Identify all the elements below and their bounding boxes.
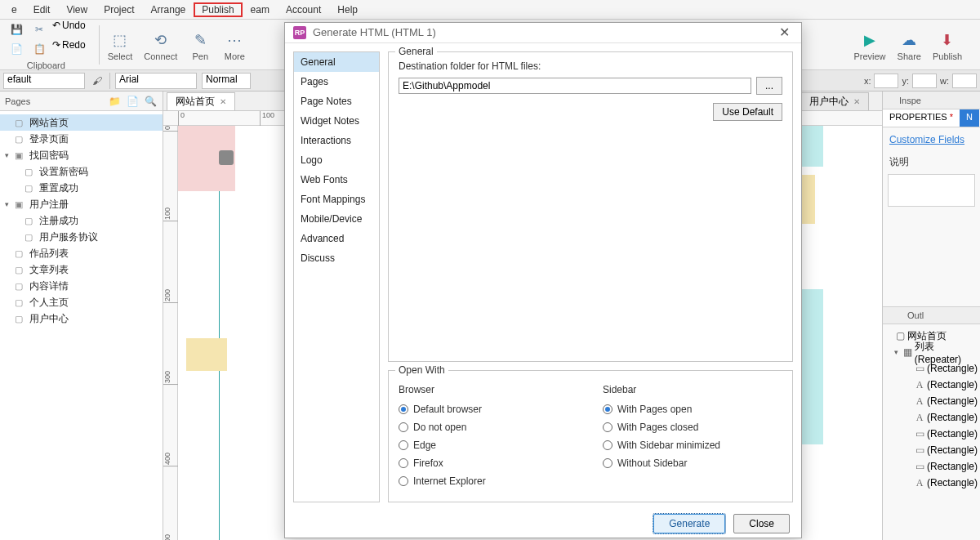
add-folder-icon[interactable]: 📁	[107, 94, 122, 109]
outline-item[interactable]: ▭(Rectangle)	[883, 360, 980, 377]
canvas-tab[interactable]: 用户中心✕	[800, 92, 869, 110]
browser-option[interactable]: Default browser	[399, 400, 578, 418]
dlg-nav-mobile-device[interactable]: Mobile/Device	[294, 209, 379, 229]
sidebar-option[interactable]: With Sidebar minimized	[603, 436, 782, 454]
save-icon[interactable]: 💾	[7, 20, 26, 39]
undo-icon[interactable]: ↶	[52, 20, 60, 31]
dlg-nav-advanced[interactable]: Advanced	[294, 229, 379, 248]
page-item[interactable]: ▢文章列表	[0, 261, 163, 278]
dlg-nav-font-mappings[interactable]: Font Mappings	[294, 190, 379, 209]
shape-rect[interactable]	[186, 338, 227, 371]
menu-project[interactable]: Project	[96, 2, 142, 17]
cut-icon[interactable]: ✂	[29, 20, 49, 39]
outline-item[interactable]: ▭(Rectangle)	[883, 426, 980, 442]
page-item[interactable]: ▢重置成功	[0, 180, 163, 196]
dlg-nav-interactions[interactable]: Interactions	[294, 131, 379, 150]
outline-item[interactable]: A(Rectangle)	[883, 475, 980, 491]
page-item[interactable]: ▢登录页面	[0, 131, 163, 147]
inspector-panel: Inspe PROPERTIES N Customize Fields 说明 O…	[882, 91, 980, 540]
page-icon: ▢	[15, 265, 26, 275]
dlg-nav-widget-notes[interactable]: Widget Notes	[294, 111, 379, 131]
browse-button[interactable]: ...	[756, 77, 782, 95]
dlg-nav-discuss[interactable]: Discuss	[294, 248, 379, 268]
connect-tool[interactable]: ⟲Connect	[144, 29, 177, 61]
dialog-title-bar[interactable]: RP Generate HTML (HTML 1) ✕	[285, 23, 801, 43]
w-input[interactable]	[952, 74, 977, 88]
use-default-button[interactable]: Use Default	[713, 103, 782, 121]
openwith-legend: Open With	[395, 364, 448, 376]
menu-arrange[interactable]: Arrange	[143, 2, 194, 17]
tab-notes[interactable]: N	[960, 109, 979, 127]
preview-button[interactable]: ▶Preview	[853, 29, 885, 61]
page-item[interactable]: ▾▣找回密码	[0, 147, 163, 163]
page-item[interactable]: ▢注册成功	[0, 212, 163, 229]
page-item[interactable]: ▢内容详情	[0, 278, 163, 294]
page-item[interactable]: ▢设置新密码	[0, 163, 163, 180]
customize-fields-link[interactable]: Customize Fields	[883, 127, 980, 152]
outline-item[interactable]: A(Rectangle)	[883, 409, 980, 426]
style-select[interactable]: efault	[3, 73, 85, 89]
close-icon[interactable]: ✕	[776, 25, 793, 40]
outline-item[interactable]: A(Rectangle)	[883, 393, 980, 409]
font-select[interactable]: Arial	[115, 73, 197, 89]
generate-button[interactable]: Generate	[653, 514, 725, 533]
dlg-nav-logo[interactable]: Logo	[294, 150, 379, 170]
pen-tool[interactable]: ✎Pen	[189, 29, 212, 61]
tab-properties[interactable]: PROPERTIES	[883, 109, 960, 127]
page-item[interactable]: ▾▣用户注册	[0, 196, 163, 212]
menu-e[interactable]: e	[3, 2, 25, 17]
shape-rect[interactable]	[219, 150, 234, 165]
paste-icon[interactable]: 📋	[29, 39, 49, 59]
dlg-nav-general[interactable]: General	[294, 52, 379, 72]
x-input[interactable]	[874, 74, 898, 88]
close-button[interactable]: Close	[733, 514, 790, 533]
copy-icon[interactable]: 📄	[7, 39, 26, 59]
page-item[interactable]: ▢用户中心	[0, 310, 163, 327]
tab-close-icon[interactable]: ✕	[853, 97, 860, 106]
outline-item[interactable]: A(Rectangle)	[883, 377, 980, 393]
page-item[interactable]: ▢个人主页	[0, 294, 163, 310]
menu-edit[interactable]: Edit	[25, 2, 59, 17]
canvas-tab[interactable]: 网站首页✕	[167, 92, 235, 110]
ruler-vertical: 0100200300400500600	[163, 126, 178, 540]
dest-label: Destination folder for HTML files:	[399, 60, 782, 72]
menu-publish[interactable]: Publish	[194, 2, 242, 17]
dlg-nav-web-fonts[interactable]: Web Fonts	[294, 170, 379, 190]
sidebar-option[interactable]: Without Sidebar	[603, 454, 782, 472]
browser-option[interactable]: Internet Explorer	[399, 472, 578, 490]
outline-item[interactable]: ▾▦列表 (Repeater)	[883, 344, 980, 360]
browser-option[interactable]: Do not open	[399, 418, 578, 436]
desc-textarea[interactable]	[888, 174, 975, 207]
dlg-nav-page-notes[interactable]: Page Notes	[294, 91, 379, 111]
browser-option[interactable]: Edge	[399, 436, 578, 454]
publish-button[interactable]: ⬇Publish	[933, 29, 962, 61]
menu-account[interactable]: Account	[278, 2, 329, 17]
dlg-nav-pages[interactable]: Pages	[294, 72, 379, 91]
browser-option[interactable]: Firefox	[399, 454, 578, 472]
page-item[interactable]: ▢网站首页	[0, 114, 163, 131]
x-label: x:	[864, 76, 871, 86]
search-icon[interactable]: 🔍	[143, 94, 158, 109]
sidebar-option[interactable]: With Pages open	[603, 400, 782, 418]
dest-input[interactable]	[399, 78, 751, 94]
redo-icon[interactable]: ↷	[52, 39, 60, 51]
paint-icon[interactable]: 🖌	[90, 74, 105, 88]
page-item[interactable]: ▢作品列表	[0, 245, 163, 261]
add-page-icon[interactable]: 📄	[125, 94, 140, 109]
y-input[interactable]	[912, 74, 937, 88]
weight-select[interactable]: Normal	[202, 73, 251, 89]
text-icon: A	[914, 477, 925, 489]
tab-close-icon[interactable]: ✕	[220, 97, 226, 106]
page-item[interactable]: ▢用户服务协议	[0, 229, 163, 245]
outline-item[interactable]: ▭(Rectangle)	[883, 458, 980, 475]
sidebar-option[interactable]: With Pages closed	[603, 418, 782, 436]
menu-eam[interactable]: eam	[243, 2, 278, 17]
page-icon: ▢	[15, 297, 26, 308]
menu-view[interactable]: View	[58, 2, 96, 17]
select-tool[interactable]: ⬚Select	[108, 29, 133, 61]
more-tool[interactable]: ⋯More	[223, 29, 246, 61]
share-button[interactable]: ☁Share	[898, 29, 921, 61]
radio-icon	[603, 422, 612, 432]
menu-help[interactable]: Help	[329, 2, 366, 17]
outline-item[interactable]: ▭(Rectangle)	[883, 442, 980, 458]
